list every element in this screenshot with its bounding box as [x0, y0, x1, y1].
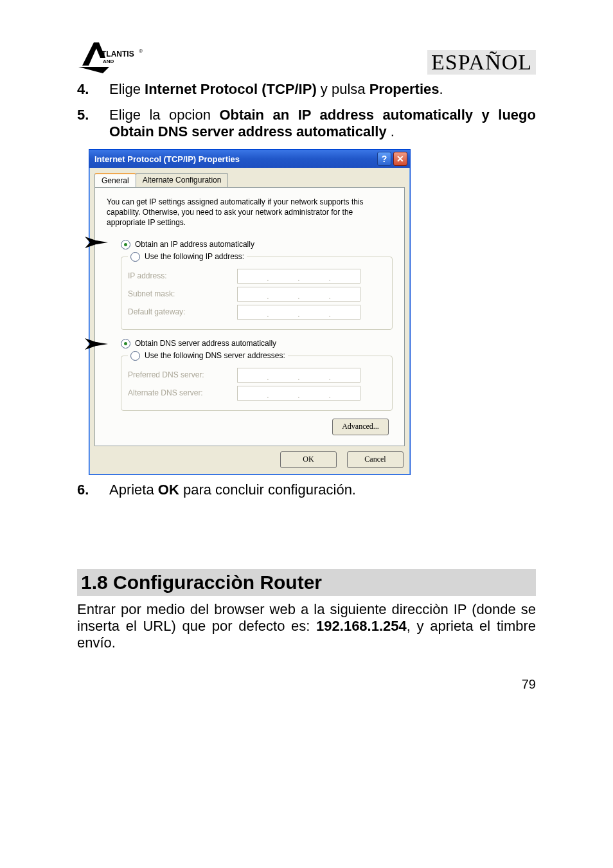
- ip-address-input[interactable]: ...: [237, 269, 360, 284]
- dialog-description: You can get IP settings assigned automat…: [107, 197, 393, 228]
- subnet-mask-label: Subnet mask:: [128, 289, 237, 298]
- pointer-arrow-icon: [85, 237, 108, 248]
- radio-label: Use the following IP address:: [145, 252, 244, 261]
- step-number: 6.: [77, 482, 109, 498]
- t: Elige la opcion: [109, 107, 219, 123]
- ip-address-label: IP address:: [128, 271, 237, 280]
- pointer-arrow-icon: [85, 338, 108, 350]
- t: OK: [158, 482, 179, 498]
- default-gateway-input[interactable]: ...: [237, 305, 360, 320]
- default-gateway-label: Default gateway:: [128, 307, 237, 316]
- step-text: Elige Internet Protocol (TCP/IP) y pulsa…: [109, 81, 536, 98]
- t: .: [440, 81, 443, 97]
- subnet-mask-input[interactable]: ...: [237, 287, 360, 302]
- t: Aprieta: [109, 482, 158, 498]
- radio-obtain-ip[interactable]: Obtain an IP address automatically: [121, 240, 393, 249]
- t: Elige: [109, 81, 145, 97]
- help-icon[interactable]: ?: [377, 152, 391, 166]
- step-number: 5.: [77, 107, 109, 140]
- step-text: Elige la opcion Obtain an IP address aut…: [109, 107, 536, 140]
- radio-obtain-dns[interactable]: Obtain DNS server address automatically: [121, 339, 393, 348]
- language-label: ESPAÑOL: [427, 50, 536, 75]
- titlebar[interactable]: Internet Protocol (TCP/IP) Properties ? …: [89, 150, 410, 168]
- use-dns-group: Use the following DNS server addresses: …: [121, 351, 393, 411]
- svg-text:TLANTIS: TLANTIS: [102, 50, 134, 59]
- t: Properties: [369, 81, 440, 97]
- brand-logo: TLANTIS ® AND: [77, 39, 154, 75]
- t: Internet Protocol (TCP/IP): [145, 81, 317, 97]
- t: para concluir configuración.: [179, 482, 356, 498]
- ok-button[interactable]: OK: [280, 451, 337, 468]
- t: y pulsa: [317, 81, 369, 97]
- radio-label: Obtain an IP address automatically: [135, 240, 254, 249]
- tab-alternate-configuration[interactable]: Alternate Configuration: [136, 173, 229, 187]
- properties-dialog: Internet Protocol (TCP/IP) Properties ? …: [89, 149, 411, 475]
- radio-icon: [121, 339, 130, 348]
- radio-icon: [130, 351, 140, 361]
- t: .: [391, 123, 395, 140]
- tab-general[interactable]: General: [94, 173, 136, 187]
- page-number: 79: [77, 677, 536, 692]
- radio-icon: [130, 252, 140, 262]
- use-ip-group: Use the following IP address: IP address…: [121, 252, 393, 330]
- preferred-dns-label: Preferred DNS server:: [128, 370, 237, 379]
- radio-label: Use the following DNS server addresses:: [145, 351, 285, 360]
- radio-label: Obtain DNS server address automatically: [135, 339, 276, 348]
- section-body: Entrar por medio del browser web a la si…: [77, 601, 536, 651]
- step-number: 4.: [77, 81, 109, 98]
- cancel-button[interactable]: Cancel: [347, 451, 404, 468]
- dialog-title: Internet Protocol (TCP/IP) Properties: [94, 154, 375, 164]
- svg-text:AND: AND: [103, 59, 114, 64]
- t: 192.168.1.254: [316, 618, 407, 634]
- step-text: Aprieta OK para concluir configuración.: [109, 482, 536, 498]
- alternate-dns-input[interactable]: ...: [237, 386, 360, 401]
- preferred-dns-input[interactable]: ...: [237, 368, 360, 383]
- advanced-button[interactable]: Advanced...: [332, 419, 389, 435]
- radio-use-dns[interactable]: Use the following DNS server addresses:: [130, 351, 285, 361]
- close-icon[interactable]: ✕: [393, 152, 407, 166]
- radio-icon: [121, 240, 130, 249]
- svg-text:®: ®: [139, 48, 143, 54]
- alternate-dns-label: Alternate DNS server:: [128, 388, 237, 397]
- radio-use-ip[interactable]: Use the following IP address:: [130, 252, 244, 262]
- section-heading: 1.8 Configuracciòn Router: [77, 569, 536, 596]
